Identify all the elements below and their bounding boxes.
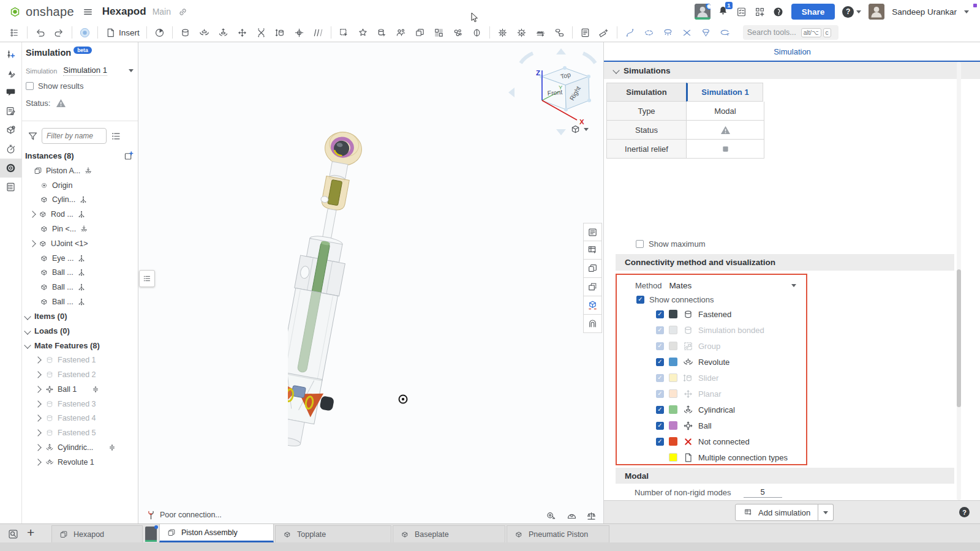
main-menu-icon[interactable] [83, 6, 94, 17]
chevron-right-icon[interactable] [34, 371, 41, 378]
view-copy-button[interactable] [583, 260, 602, 278]
scrollbar-thumb[interactable] [957, 269, 961, 407]
toolbar-gears-button[interactable] [494, 25, 511, 40]
toolbar-final-button[interactable] [77, 25, 93, 40]
rail-help-box-button[interactable] [0, 121, 22, 140]
instance-row[interactable]: Ball ... [25, 280, 137, 294]
view-explode-button[interactable] [583, 296, 602, 315]
toolbar-people-button[interactable] [393, 25, 409, 40]
chevron-down-icon[interactable] [24, 328, 31, 334]
connection-checkbox[interactable]: ✓ [656, 342, 664, 350]
learning-center-icon[interactable] [773, 6, 784, 17]
rail-comment-button[interactable] [0, 83, 22, 102]
view-table-button[interactable] [583, 241, 602, 260]
connection-checkbox[interactable]: ✓ [656, 326, 664, 334]
toolbar-parallel-button[interactable] [310, 25, 326, 40]
view-mode-button[interactable] [570, 124, 589, 135]
instance-row[interactable]: Origin [25, 178, 137, 193]
toolbar-free-button[interactable] [253, 25, 270, 40]
toolbar-mass-button[interactable] [151, 25, 168, 40]
toolbar-cylindrical-button[interactable] [215, 25, 232, 40]
instance-row[interactable]: Rod ... [25, 207, 137, 222]
user-avatar[interactable] [869, 4, 884, 20]
filter-input[interactable] [42, 128, 107, 144]
toolbar-ring-b-button[interactable] [641, 25, 657, 40]
table-col-simulation-1[interactable]: Simulation 1 [686, 83, 763, 102]
chevron-down-icon[interactable] [584, 128, 589, 131]
toolbar-spline-b-button[interactable] [622, 25, 638, 40]
view-probe-button[interactable] [583, 315, 602, 333]
doc-tab-hexapod[interactable]: Hexapod [51, 525, 143, 542]
rail-configs-button[interactable] [0, 45, 22, 64]
instance-row[interactable]: Piston A... [25, 163, 137, 178]
toolbar-duplicate-button[interactable] [412, 25, 428, 40]
toolbar-fastened-button[interactable] [177, 25, 194, 40]
rail-sim-panel-button[interactable] [0, 159, 22, 178]
doc-tab-pneumatic-piston[interactable]: Pneumatic Piston [507, 525, 609, 542]
method-chevron-icon[interactable] [791, 284, 796, 287]
connection-checkbox[interactable]: ✓ [656, 374, 664, 382]
loads-header[interactable]: Loads (0) [25, 324, 137, 339]
chevron-right-icon[interactable] [34, 459, 41, 465]
chevron-right-icon[interactable] [34, 430, 41, 437]
simulation-select-value[interactable]: Simulation 1 [63, 66, 107, 76]
piston-assembly-model[interactable] [288, 119, 484, 499]
show-maximum-checkbox[interactable] [636, 240, 644, 248]
toolbar-slider-button[interactable] [272, 25, 288, 40]
share-link-icon[interactable] [177, 6, 188, 17]
panel-flyout-handle[interactable] [139, 270, 155, 287]
connection-checkbox[interactable]: ✓ [656, 438, 664, 446]
display-cube-icon[interactable] [570, 124, 581, 135]
mate-feature-row[interactable]: Fastened 5 [25, 425, 137, 440]
instance-row[interactable]: Pin <... [25, 222, 137, 236]
search-tools-input[interactable]: Search tools...alt/⌥c [743, 25, 839, 40]
workspace-name[interactable]: Main [153, 7, 171, 17]
share-button[interactable]: Share [791, 4, 835, 20]
toolbar-bom-button[interactable] [577, 25, 594, 40]
toolbar-crossed-b-button[interactable] [679, 25, 695, 40]
help-icon[interactable]: ? [842, 6, 854, 18]
simulation-select-chevron-icon[interactable] [129, 69, 134, 72]
rail-notes-button[interactable] [0, 102, 22, 121]
mate-feature-row[interactable]: Fastened 1 [25, 353, 137, 367]
toolbar-pattern-button[interactable] [431, 25, 447, 40]
search-tabs-icon[interactable] [7, 528, 18, 539]
document-title[interactable]: Hexapod [102, 6, 146, 18]
mate-feature-row[interactable]: Fastened 3 [25, 397, 137, 411]
snapshot-icon[interactable] [566, 510, 577, 521]
rail-timer-button[interactable] [0, 140, 22, 159]
toolbar-measure-button[interactable] [596, 25, 612, 40]
toolbar-undo-button[interactable] [32, 25, 48, 40]
chevron-right-icon[interactable] [34, 444, 41, 451]
chevron-right-icon[interactable] [34, 415, 41, 422]
toolbar-feature-list-button[interactable] [6, 25, 23, 40]
method-dropdown[interactable]: Mates [669, 281, 692, 290]
instances-header[interactable]: Instances (8) [25, 151, 74, 160]
connection-checkbox[interactable]: ✓ [656, 310, 664, 318]
items-header[interactable]: Items (0) [25, 309, 137, 324]
chevron-right-icon[interactable] [29, 211, 36, 218]
filter-icon[interactable] [27, 130, 38, 141]
add-simulation-button[interactable]: Add simulation [735, 504, 818, 521]
connection-checkbox[interactable]: ✓ [656, 358, 664, 366]
toolbar-cage-b-button[interactable] [698, 25, 714, 40]
toolbar-redo-button[interactable] [51, 25, 67, 40]
show-connections-checkbox[interactable]: ✓ [636, 296, 644, 304]
chevron-down-icon[interactable] [24, 313, 31, 320]
instance-row[interactable]: Eye ... [25, 251, 137, 266]
chevron-right-icon[interactable] [29, 240, 36, 247]
connection-checkbox[interactable]: ✓ [656, 390, 664, 398]
doc-tab-baseplate[interactable]: Baseplate [393, 525, 505, 542]
onshape-logo-icon[interactable] [7, 4, 22, 19]
chevron-right-icon[interactable] [34, 386, 41, 392]
insert-instance-icon[interactable] [123, 150, 134, 161]
measure-icon[interactable] [545, 510, 556, 521]
view-list-button[interactable] [583, 223, 602, 241]
instance-row[interactable]: UJoint <1> [25, 236, 137, 251]
mate-feature-row[interactable]: Fastened 4 [25, 411, 137, 426]
rail-appearance-button[interactable] [0, 64, 22, 83]
view-section-button[interactable] [583, 278, 602, 296]
insert-button[interactable]: Insert [101, 27, 143, 38]
toolbar-swirl-b-button[interactable] [717, 25, 733, 40]
mate-feature-row[interactable]: Revolute 1 [25, 455, 137, 470]
